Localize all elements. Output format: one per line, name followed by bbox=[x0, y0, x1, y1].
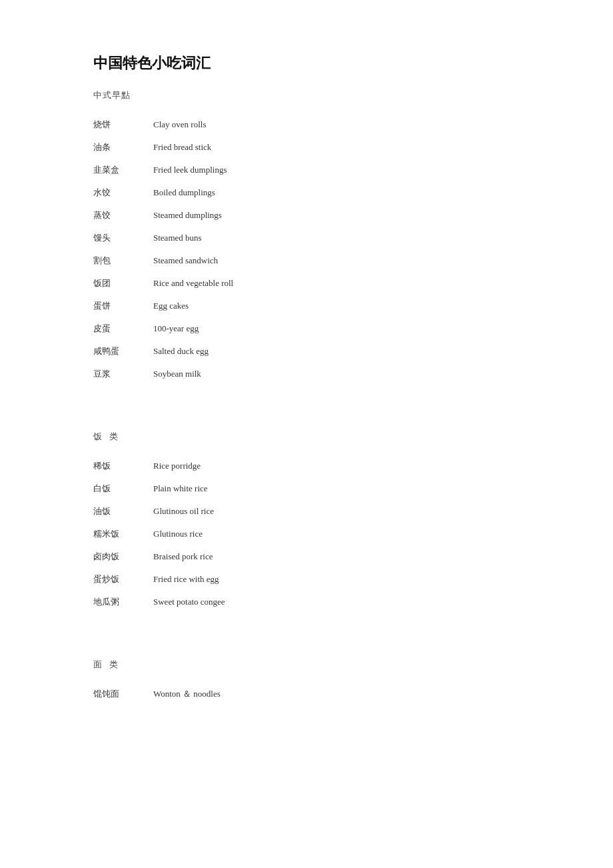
food-chinese: 咸鸭蛋 bbox=[93, 345, 147, 357]
list-item: 咸鸭蛋Salted duck egg bbox=[93, 345, 520, 357]
food-english: Egg cakes bbox=[153, 301, 189, 311]
small-gap bbox=[93, 113, 520, 119]
section-gap bbox=[93, 619, 520, 659]
food-english: Braised pork rice bbox=[153, 551, 213, 562]
food-english: Boiled dumplings bbox=[153, 187, 215, 198]
food-chinese: 蒸饺 bbox=[93, 209, 147, 221]
list-item: 豆浆Soybean milk bbox=[93, 368, 520, 380]
food-english: Glutinous oil rice bbox=[153, 506, 214, 517]
list-item: 水饺Boiled dumplings bbox=[93, 187, 520, 199]
food-english: Wonton ＆ noodles bbox=[153, 688, 221, 700]
food-chinese: 皮蛋 bbox=[93, 323, 147, 335]
food-chinese: 豆浆 bbox=[93, 368, 147, 380]
page-title: 中国特色小吃词汇 bbox=[93, 53, 520, 73]
list-item: 油条Fried bread stick bbox=[93, 141, 520, 153]
food-english: Sweet potato congee bbox=[153, 597, 225, 607]
section-header-noodles: 面 类 bbox=[93, 659, 520, 671]
food-chinese: 割包 bbox=[93, 255, 147, 267]
food-english: Fried leek dumplings bbox=[153, 165, 227, 175]
food-chinese: 油条 bbox=[93, 141, 147, 153]
section-header-rice: 饭 类 bbox=[93, 431, 520, 443]
list-item: 蛋炒饭Fried rice with egg bbox=[93, 573, 520, 585]
food-english: Plain white rice bbox=[153, 483, 208, 494]
food-english: Glutinous rice bbox=[153, 529, 203, 539]
small-gap bbox=[93, 683, 520, 688]
food-chinese: 饭团 bbox=[93, 277, 147, 289]
food-chinese: 馒头 bbox=[93, 232, 147, 244]
list-item: 卤肉饭Braised pork rice bbox=[93, 551, 520, 563]
food-chinese: 卤肉饭 bbox=[93, 551, 147, 563]
food-chinese: 水饺 bbox=[93, 187, 147, 199]
food-chinese: 蛋炒饭 bbox=[93, 573, 147, 585]
list-item: 白饭Plain white rice bbox=[93, 483, 520, 495]
food-english: Clay oven rolls bbox=[153, 119, 206, 130]
food-chinese: 蛋饼 bbox=[93, 300, 147, 312]
list-item: 糯米饭Glutinous rice bbox=[93, 528, 520, 540]
section-gap bbox=[93, 391, 520, 431]
list-item: 割包Steamed sandwich bbox=[93, 255, 520, 267]
food-english: Steamed dumplings bbox=[153, 210, 222, 221]
list-item: 蛋饼Egg cakes bbox=[93, 300, 520, 312]
list-item: 烧饼Clay oven rolls bbox=[93, 119, 520, 131]
food-english: Rice porridge bbox=[153, 461, 201, 471]
list-item: 馄饨面Wonton ＆ noodles bbox=[93, 688, 520, 700]
food-english: Fried rice with egg bbox=[153, 574, 219, 585]
list-item: 韭菜盒Fried leek dumplings bbox=[93, 164, 520, 176]
food-english: 100-year egg bbox=[153, 323, 199, 334]
list-item: 稀饭Rice porridge bbox=[93, 460, 520, 472]
list-item: 馒头Steamed buns bbox=[93, 232, 520, 244]
food-chinese: 烧饼 bbox=[93, 119, 147, 131]
food-english: Salted duck egg bbox=[153, 346, 209, 357]
food-chinese: 糯米饭 bbox=[93, 528, 147, 540]
food-chinese: 稀饭 bbox=[93, 460, 147, 472]
list-item: 饭团Rice and vegetable roll bbox=[93, 277, 520, 289]
list-item: 蒸饺Steamed dumplings bbox=[93, 209, 520, 221]
food-english: Rice and vegetable roll bbox=[153, 278, 233, 289]
food-chinese: 馄饨面 bbox=[93, 688, 147, 700]
food-chinese: 白饭 bbox=[93, 483, 147, 495]
list-item: 油饭Glutinous oil rice bbox=[93, 505, 520, 517]
food-english: Steamed sandwich bbox=[153, 255, 218, 266]
food-chinese: 地瓜粥 bbox=[93, 596, 147, 608]
food-chinese: 油饭 bbox=[93, 505, 147, 517]
list-item: 皮蛋100-year egg bbox=[93, 323, 520, 335]
food-chinese: 韭菜盒 bbox=[93, 164, 147, 176]
small-gap bbox=[93, 455, 520, 460]
section-header-breakfast: 中式早點 bbox=[93, 89, 520, 101]
food-english: Steamed buns bbox=[153, 233, 202, 243]
food-english: Fried bread stick bbox=[153, 142, 211, 153]
food-english: Soybean milk bbox=[153, 369, 201, 379]
list-item: 地瓜粥Sweet potato congee bbox=[93, 596, 520, 608]
